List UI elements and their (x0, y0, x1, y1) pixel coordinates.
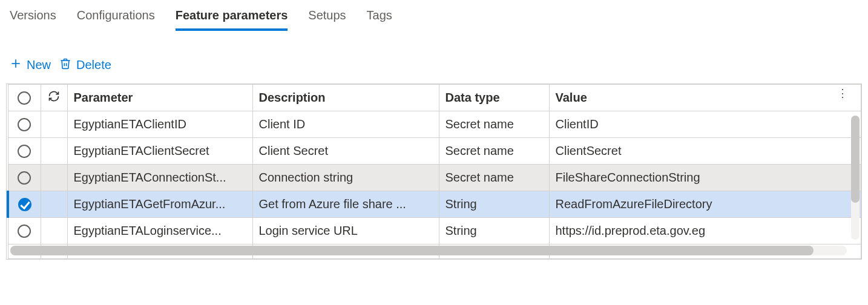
more-options-button[interactable]: ⋮ (837, 91, 848, 95)
tab-versions[interactable]: Versions (10, 8, 56, 31)
cell-parameter[interactable]: EgyptianETAClientSecret (67, 138, 252, 165)
new-button[interactable]: New (10, 57, 51, 73)
toolbar: New Delete (0, 31, 868, 84)
cell-description: Connection string (252, 165, 439, 191)
cell-description: Client Secret (252, 138, 439, 165)
cell-value[interactable]: https://id.preprod.eta.gov.eg (549, 218, 861, 244)
cell-data-type: Secret name (439, 165, 549, 191)
cell-description: Client ID (252, 111, 439, 138)
cell-parameter[interactable]: EgyptianETALoginservice... (67, 218, 252, 244)
row-refresh-cell (41, 138, 67, 165)
column-header-data-type[interactable]: Data type (439, 85, 549, 111)
tab-tags[interactable]: Tags (367, 8, 392, 31)
cell-parameter[interactable]: EgyptianETAClientID (67, 111, 252, 138)
row-refresh-cell (41, 191, 67, 218)
circle-icon (18, 225, 31, 238)
circle-icon (18, 171, 31, 185)
trash-icon (59, 57, 71, 73)
refresh-icon (48, 91, 60, 105)
row-refresh-cell (41, 165, 67, 191)
row-select-cell[interactable] (8, 191, 41, 218)
table-row[interactable]: EgyptianETAClientIDClient IDSecret nameC… (8, 111, 861, 138)
table-row[interactable]: EgyptianETAGetFromAzur...Get from Azure … (8, 191, 861, 218)
cell-data-type: Secret name (439, 111, 549, 138)
cell-parameter[interactable]: EgyptianETAGetFromAzur... (67, 191, 252, 218)
vertical-scrollbar-thumb[interactable] (851, 116, 860, 203)
delete-button-label: Delete (76, 58, 111, 72)
row-select-cell[interactable] (8, 165, 41, 191)
data-grid: Parameter Description Data type Value Eg… (6, 84, 862, 260)
checkmark-icon (18, 198, 31, 211)
plus-icon (10, 57, 22, 73)
row-select-cell[interactable] (8, 111, 41, 138)
select-all-header[interactable] (8, 85, 41, 111)
cell-description: Get from Azure file share ... (252, 191, 439, 218)
tab-feature-parameters[interactable]: Feature parameters (176, 8, 288, 31)
circle-icon (18, 91, 31, 105)
tab-setups[interactable]: Setups (308, 8, 346, 31)
row-select-cell[interactable] (8, 218, 41, 244)
cell-data-type: String (439, 218, 549, 244)
table-header-row: Parameter Description Data type Value (8, 85, 861, 111)
cell-data-type: String (439, 191, 549, 218)
refresh-header[interactable] (41, 85, 67, 111)
cell-value[interactable]: FileShareConnectionString (549, 165, 861, 191)
horizontal-scrollbar-thumb[interactable] (10, 246, 814, 255)
table-row[interactable]: EgyptianETALoginservice...Login service … (8, 218, 861, 244)
circle-icon (18, 145, 31, 158)
column-header-description[interactable]: Description (252, 85, 439, 111)
cell-parameter[interactable]: EgyptianETAConnectionSt... (67, 165, 252, 191)
cell-value[interactable]: ClientSecret (549, 138, 861, 165)
table-row[interactable]: EgyptianETAClientSecretClient SecretSecr… (8, 138, 861, 165)
tab-bar: Versions Configurations Feature paramete… (0, 0, 868, 31)
circle-icon (18, 118, 31, 131)
tab-configurations[interactable]: Configurations (77, 8, 155, 31)
cell-value[interactable]: ClientID (549, 111, 861, 138)
row-refresh-cell (41, 218, 67, 244)
cell-data-type: Secret name (439, 138, 549, 165)
row-refresh-cell (41, 111, 67, 138)
new-button-label: New (27, 58, 51, 72)
kebab-icon: ⋮ (837, 91, 848, 95)
vertical-scrollbar[interactable] (851, 116, 860, 240)
column-header-parameter[interactable]: Parameter (67, 85, 252, 111)
delete-button[interactable]: Delete (59, 57, 111, 73)
row-select-cell[interactable] (8, 138, 41, 165)
table-row[interactable]: EgyptianETAConnectionSt...Connection str… (8, 165, 861, 191)
cell-description: Login service URL (252, 218, 439, 244)
cell-value[interactable]: ReadFromAzureFileDirectory (549, 191, 861, 218)
column-header-value[interactable]: Value (549, 85, 861, 111)
horizontal-scrollbar[interactable] (10, 246, 847, 255)
